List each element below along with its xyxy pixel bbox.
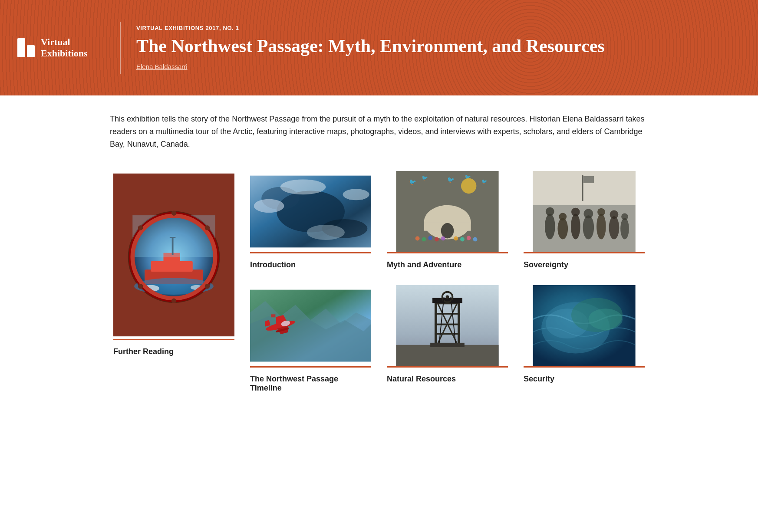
exhibitions-grid: Introduction: [110, 171, 648, 408]
header-divider: [120, 22, 121, 74]
exhibition-title: The Northwest Passage: Myth, Environment…: [136, 36, 741, 56]
card-sovereignty-image: [524, 171, 645, 253]
svg-point-14: [428, 236, 432, 240]
card-sovereignty-label[interactable]: Sovereignty: [524, 253, 645, 272]
svg-point-66: [171, 299, 177, 304]
svg-point-18: [460, 237, 465, 242]
card-further-reading-label[interactable]: Further Reading: [113, 340, 234, 359]
card-natural[interactable]: Natural Resources: [383, 285, 511, 408]
svg-rect-31: [583, 176, 594, 183]
card-security-image: [524, 285, 645, 368]
svg-point-6: [307, 225, 345, 240]
svg-rect-76: [271, 315, 275, 318]
svg-point-65: [171, 211, 177, 216]
svg-point-19: [467, 236, 471, 240]
svg-point-33: [546, 207, 554, 216]
svg-point-97: [588, 309, 623, 330]
svg-point-12: [415, 236, 420, 241]
svg-text:🐦: 🐦: [409, 178, 417, 186]
svg-point-41: [597, 208, 605, 216]
card-sovereignty[interactable]: Sovereignty: [520, 171, 648, 285]
svg-point-40: [597, 214, 606, 240]
svg-point-43: [610, 210, 619, 219]
card-myth[interactable]: 🐦 🐦 🐦 🐦 🐦 Myth and Adventure: [383, 171, 511, 285]
svg-text:🐦: 🐦: [481, 178, 488, 184]
card-introduction-image: [250, 171, 371, 253]
svg-point-4: [254, 199, 284, 213]
svg-point-5: [343, 189, 369, 200]
svg-point-26: [461, 178, 476, 194]
author-link[interactable]: Elena Baldassarri: [136, 63, 188, 70]
svg-point-44: [620, 218, 629, 240]
svg-rect-30: [582, 175, 583, 201]
svg-point-63: [138, 284, 143, 289]
svg-point-62: [205, 226, 210, 231]
svg-point-17: [454, 236, 458, 241]
svg-point-38: [583, 216, 594, 240]
card-further-reading-image: [113, 171, 234, 340]
card-security-label[interactable]: Security: [524, 368, 645, 386]
svg-rect-29: [533, 171, 635, 205]
logo[interactable]: Virtual Exhibitions: [17, 36, 104, 59]
logo-icon: [17, 38, 35, 57]
svg-point-7: [280, 180, 326, 195]
svg-point-39: [584, 209, 593, 219]
svg-text:🐦: 🐦: [422, 175, 428, 181]
card-timeline[interactable]: The Northwest Passage Timeline: [247, 285, 375, 408]
svg-point-37: [571, 208, 580, 217]
svg-point-15: [435, 237, 439, 242]
svg-point-34: [557, 218, 568, 240]
svg-rect-82: [435, 313, 460, 315]
svg-point-64: [205, 284, 210, 289]
card-natural-label[interactable]: Natural Resources: [387, 368, 508, 386]
svg-point-11: [441, 223, 454, 238]
svg-text:🐦: 🐦: [448, 176, 455, 184]
svg-point-89: [446, 296, 449, 299]
svg-rect-58: [132, 215, 215, 257]
svg-point-45: [621, 213, 628, 220]
card-myth-label[interactable]: Myth and Adventure: [387, 253, 508, 272]
svg-rect-84: [435, 333, 460, 335]
logo-text: Virtual Exhibitions: [41, 36, 88, 59]
svg-point-16: [441, 236, 445, 241]
header-content: VIRTUAL EXHIBITIONS 2017, NO. 1 The Nort…: [136, 25, 741, 70]
card-introduction[interactable]: Introduction: [247, 171, 375, 285]
svg-point-36: [571, 214, 580, 240]
card-further-reading[interactable]: Further Reading: [110, 171, 238, 408]
svg-point-35: [559, 213, 567, 221]
svg-point-61: [138, 226, 143, 231]
svg-rect-92: [430, 343, 465, 347]
card-timeline-image: [250, 285, 371, 368]
svg-point-13: [422, 237, 426, 242]
svg-point-32: [545, 214, 555, 240]
exhibition-description: This exhibition tells the story of the N…: [110, 113, 648, 150]
main-content: This exhibition tells the story of the N…: [97, 95, 661, 434]
card-introduction-label[interactable]: Introduction: [250, 253, 371, 272]
svg-rect-78: [396, 345, 498, 366]
card-timeline-label[interactable]: The Northwest Passage Timeline: [250, 368, 371, 395]
svg-point-20: [473, 237, 478, 242]
card-natural-image: [387, 285, 508, 368]
exhibition-number: VIRTUAL EXHIBITIONS 2017, NO. 1: [136, 25, 741, 31]
card-myth-image: 🐦 🐦 🐦 🐦 🐦: [387, 171, 508, 253]
svg-point-42: [609, 217, 620, 240]
card-security[interactable]: Security: [520, 285, 648, 408]
page-header: Virtual Exhibitions VIRTUAL EXHIBITIONS …: [0, 0, 758, 95]
